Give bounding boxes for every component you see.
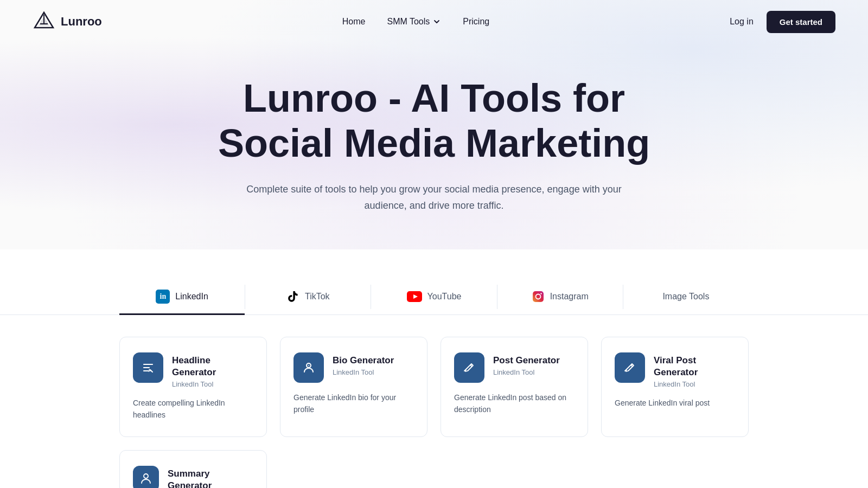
card-title-area: Viral Post Generator LinkedIn Tool [654, 352, 735, 388]
card-title-area: Post Generator LinkedIn Tool [493, 352, 560, 376]
tab-image-tools-label: Image Tools [662, 292, 709, 301]
tab-instagram-label: Instagram [550, 292, 589, 301]
card-title: Viral Post Generator [654, 355, 735, 378]
card-icon-summary [133, 466, 159, 488]
card-title-area: Summary Generator LinkedIn Tool [168, 466, 253, 488]
card-description: Generate LinkedIn post based on descript… [454, 391, 575, 416]
tab-linkedin-label: LinkedIn [175, 292, 208, 301]
get-started-button[interactable]: Get started [767, 11, 835, 33]
nav-smm-tools-label: SMM Tools [387, 17, 430, 27]
card-platform: LinkedIn Tool [333, 368, 394, 376]
card-icon-headline [133, 352, 163, 383]
card-header: Post Generator LinkedIn Tool [454, 352, 575, 383]
hero-section: Lunroo - AI Tools for Social Media Marke… [0, 43, 868, 236]
card-description: Generate LinkedIn bio for your profile [293, 391, 414, 416]
youtube-icon [407, 291, 422, 302]
card-header: Bio Generator LinkedIn Tool [293, 352, 414, 383]
cards-section: Headline Generator LinkedIn Tool Create … [0, 315, 868, 488]
card-headline-generator[interactable]: Headline Generator LinkedIn Tool Create … [119, 337, 267, 437]
login-button[interactable]: Log in [730, 17, 754, 27]
card-summary-generator[interactable]: Summary Generator LinkedIn Tool [119, 450, 267, 488]
brand-name: Lunroo [61, 15, 102, 29]
card-title: Headline Generator [172, 355, 253, 378]
hero-subtitle: Complete suite of tools to help you grow… [233, 181, 635, 214]
svg-point-7 [540, 293, 541, 294]
navbar: Lunroo Home SMM Tools Pricing Log in Get… [0, 0, 868, 43]
tab-tiktok-label: TikTok [305, 292, 330, 301]
card-icon-viral [615, 352, 645, 383]
card-title-area: Headline Generator LinkedIn Tool [172, 352, 253, 388]
card-header: Viral Post Generator LinkedIn Tool [615, 352, 735, 388]
card-bio-generator[interactable]: Bio Generator LinkedIn Tool Generate Lin… [280, 337, 427, 437]
tab-youtube[interactable]: YouTube [371, 280, 496, 315]
svg-marker-4 [413, 294, 418, 299]
card-title: Bio Generator [333, 355, 394, 367]
linkedin-icon: in [156, 290, 170, 304]
tab-linkedin[interactable]: in LinkedIn [119, 280, 245, 315]
card-icon-post [454, 352, 484, 383]
card-title-area: Bio Generator LinkedIn Tool [333, 352, 394, 376]
tab-list: in LinkedIn TikTok YouTube [119, 279, 749, 314]
nav-right: Log in Get started [730, 11, 835, 33]
cards-grid-partial: Summary Generator LinkedIn Tool [119, 450, 749, 488]
hero-title: Lunroo - AI Tools for Social Media Marke… [190, 76, 678, 166]
card-post-generator[interactable]: Post Generator LinkedIn Tool Generate Li… [441, 337, 588, 437]
logo-icon [33, 10, 55, 33]
tabs-container: in LinkedIn TikTok YouTube [0, 279, 868, 315]
card-viral-post-generator[interactable]: Viral Post Generator LinkedIn Tool Gener… [601, 337, 749, 437]
card-title: Summary Generator [168, 468, 253, 488]
svg-point-9 [308, 364, 310, 366]
nav-center: Home SMM Tools Pricing [342, 17, 489, 27]
tab-instagram[interactable]: Instagram [497, 280, 623, 315]
svg-point-10 [144, 474, 148, 478]
instagram-icon [532, 290, 545, 303]
card-platform: LinkedIn Tool [654, 380, 735, 388]
svg-rect-5 [533, 291, 544, 302]
card-header: Summary Generator LinkedIn Tool [133, 466, 253, 488]
card-icon-bio [293, 352, 324, 383]
chevron-down-icon [432, 17, 441, 26]
card-header: Headline Generator LinkedIn Tool [133, 352, 253, 388]
card-description: Generate LinkedIn viral post [615, 397, 735, 409]
tiktok-icon [286, 290, 299, 303]
nav-smm-tools[interactable]: SMM Tools [387, 17, 441, 27]
cards-grid: Headline Generator LinkedIn Tool Create … [119, 337, 749, 437]
logo[interactable]: Lunroo [33, 10, 102, 33]
nav-pricing[interactable]: Pricing [463, 17, 489, 27]
nav-home[interactable]: Home [342, 17, 366, 27]
card-platform: LinkedIn Tool [172, 380, 253, 388]
tab-youtube-label: YouTube [427, 292, 462, 301]
card-description: Create compelling LinkedIn headlines [133, 397, 253, 421]
tab-image-tools[interactable]: Image Tools [623, 280, 749, 315]
card-title: Post Generator [493, 355, 560, 367]
tab-tiktok[interactable]: TikTok [245, 280, 371, 315]
card-platform: LinkedIn Tool [493, 368, 560, 376]
